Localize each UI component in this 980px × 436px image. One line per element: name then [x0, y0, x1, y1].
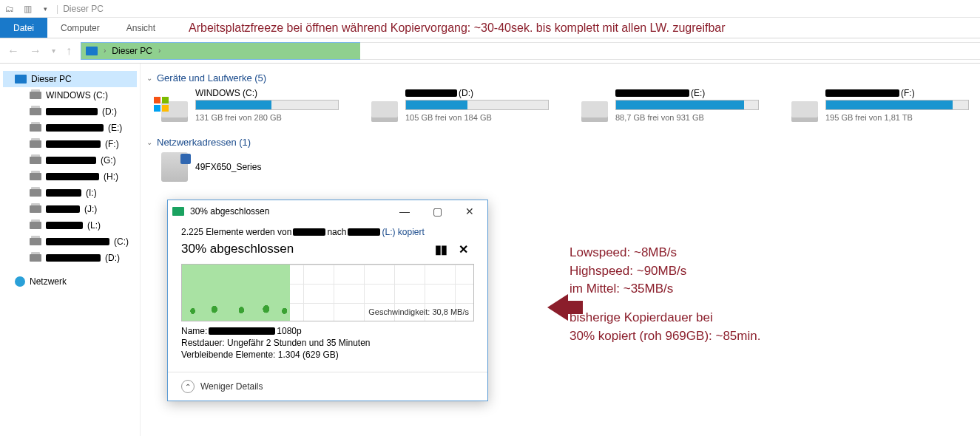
- drive-item[interactable]: (F:) 195 GB frei von 1,81 TB: [791, 88, 969, 122]
- recent-locations-dropdown[interactable]: ▾: [50, 47, 57, 55]
- redacted-label: [615, 89, 689, 97]
- tree-drive[interactable]: (C:): [3, 234, 137, 250]
- tree-label: (G:): [101, 155, 116, 166]
- tree-drive[interactable]: (D:): [3, 103, 137, 120]
- tab-view[interactable]: Ansicht: [113, 18, 169, 38]
- group-label: Netzwerkadressen (1): [157, 137, 251, 148]
- tree-label: (D:): [105, 253, 120, 263]
- copy-icon: [172, 207, 184, 216]
- tree-drive[interactable]: (G:): [3, 152, 137, 168]
- chevron-right-icon[interactable]: ›: [104, 47, 106, 55]
- tree-drive[interactable]: WINDOWS (C:): [3, 87, 137, 103]
- tree-drive[interactable]: (D:): [3, 250, 137, 266]
- this-pc-icon: [15, 75, 27, 84]
- drive-icon: [30, 140, 41, 148]
- drive-icon: [30, 222, 41, 229]
- capacity-bar: [615, 100, 759, 110]
- tree-network[interactable]: Netzwerk: [3, 273, 137, 290]
- media-server-icon: [161, 152, 188, 182]
- redacted-label: [46, 222, 83, 229]
- network-location-item[interactable]: 49FX650_Series: [161, 152, 980, 182]
- redacted-label: [209, 327, 275, 335]
- copy-progress-dialog: 30% abgeschlossen — ▢ ✕ 2.225 Elemente w…: [167, 200, 488, 401]
- chevron-right-icon[interactable]: ›: [158, 47, 160, 55]
- dialog-title: 30% abgeschlossen: [190, 206, 269, 217]
- tree-label: (J:): [84, 204, 97, 214]
- back-button[interactable]: ←: [6, 44, 21, 58]
- disclose-icon[interactable]: ⌄: [146, 138, 152, 146]
- forward-button[interactable]: →: [28, 44, 43, 58]
- explorer-icon: 🗂: [3, 2, 16, 16]
- drive-icon: [791, 101, 818, 122]
- tree-label: (H:): [104, 171, 118, 182]
- capacity-text: 131 GB frei von 280 GB: [195, 113, 339, 122]
- ribbon-tabs: Datei Computer Ansicht Arbeitsplatzfreez…: [0, 18, 980, 38]
- redacted-label: [46, 157, 96, 164]
- capacity-bar: [825, 100, 969, 110]
- address-segment[interactable]: Dieser PC: [112, 46, 152, 56]
- drive-letter: (E:): [691, 88, 705, 98]
- network-icon: [15, 276, 25, 287]
- drive-icon: [30, 157, 41, 164]
- copy-name-line: Name: 1080p: [181, 326, 474, 336]
- tree-label: (L:): [87, 220, 101, 231]
- tree-label: Netzwerk: [30, 276, 67, 287]
- tree-drive[interactable]: (J:): [3, 201, 137, 217]
- redacted-label: [46, 173, 99, 180]
- tree-label: (D:): [102, 106, 117, 117]
- quick-access-dropdown-icon[interactable]: ▾: [38, 2, 52, 16]
- tree-label: (F:): [105, 139, 119, 149]
- tree-drive[interactable]: (L:): [3, 217, 137, 234]
- drive-item[interactable]: (D:) 105 GB frei von 184 GB: [371, 88, 549, 122]
- dialog-titlebar[interactable]: 30% abgeschlossen — ▢ ✕: [168, 200, 487, 222]
- group-header-network[interactable]: ⌄ Netzwerkadressen (1): [146, 137, 980, 148]
- drive-item[interactable]: (E:) 88,7 GB frei von 931 GB: [581, 88, 759, 122]
- redacted-label: [825, 89, 899, 97]
- redacted-label: [348, 228, 380, 236]
- drive-letter: (F:): [901, 88, 915, 98]
- drive-letter: (D:): [459, 88, 473, 98]
- quick-access-properties-icon[interactable]: ▥: [21, 2, 34, 16]
- disclose-icon[interactable]: ⌄: [146, 74, 152, 82]
- tab-computer[interactable]: Computer: [47, 18, 113, 38]
- tree-label: (E:): [108, 123, 122, 133]
- close-button[interactable]: ✕: [456, 205, 483, 217]
- cancel-button[interactable]: ✕: [453, 242, 474, 256]
- group-label: Geräte und Laufwerke (5): [157, 72, 266, 84]
- drive-icon: [371, 101, 398, 122]
- annotation-arrow-icon: [547, 294, 568, 321]
- up-button[interactable]: ↑: [64, 44, 73, 58]
- redacted-label: [46, 238, 109, 245]
- tree-drive[interactable]: (F:): [3, 136, 137, 152]
- tree-label: WINDOWS (C:): [46, 90, 108, 101]
- progress-heading: 30% abgeschlossen: [181, 242, 294, 256]
- maximize-button[interactable]: ▢: [424, 205, 450, 217]
- drive-icon: [30, 124, 41, 132]
- annotation-top: Arbeitsplatzfreeze bei öffnen während Ko…: [189, 18, 973, 38]
- tree-drive[interactable]: (I:): [3, 185, 137, 201]
- fewer-details-toggle[interactable]: ⌃ Weniger Details: [168, 372, 487, 401]
- drive-item[interactable]: WINDOWS (C:) 131 GB frei von 280 GB: [161, 88, 339, 122]
- tree-this-pc[interactable]: Dieser PC: [3, 71, 137, 87]
- drive-icon: [30, 173, 41, 180]
- window-title-bar: 🗂 ▥ ▾ | Dieser PC: [0, 0, 980, 18]
- pause-button[interactable]: ▮▮: [429, 242, 453, 256]
- minimize-button[interactable]: —: [391, 205, 418, 217]
- tree-drive[interactable]: (E:): [3, 120, 137, 136]
- tree-label: (C:): [114, 236, 129, 247]
- copy-summary-line: 2.225 Elemente werden von nach (L:) kopi…: [181, 227, 474, 237]
- remaining-items-line: Verbleibende Elemente: 1.304 (629 GB): [181, 350, 474, 360]
- tree-drive[interactable]: (H:): [3, 168, 137, 185]
- capacity-bar: [405, 100, 549, 110]
- tab-file[interactable]: Datei: [0, 18, 47, 38]
- address-bar[interactable]: › Dieser PC ›: [81, 42, 362, 60]
- tree-label: Dieser PC: [31, 74, 72, 84]
- redacted-label: [405, 89, 457, 97]
- group-header-drives[interactable]: ⌄ Geräte und Laufwerke (5): [146, 72, 980, 84]
- drive-icon: [30, 92, 41, 99]
- speed-label: Geschwindigkeit: 30,8 MB/s: [368, 307, 469, 316]
- capacity-text: 105 GB frei von 184 GB: [405, 113, 549, 122]
- capacity-bar: [195, 100, 339, 110]
- redacted-label: [46, 254, 101, 262]
- drive-icon: [161, 101, 188, 122]
